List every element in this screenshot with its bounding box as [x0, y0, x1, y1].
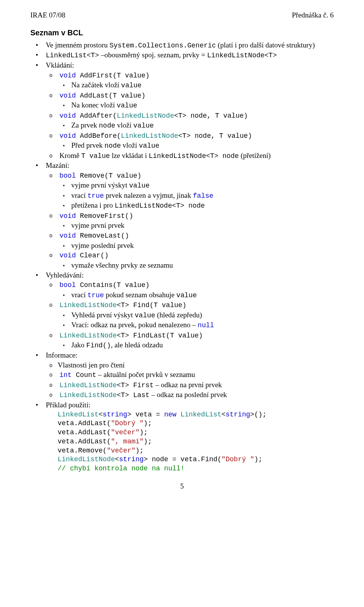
code-example: LinkedList<string> veta = new LinkedList… [44, 410, 334, 473]
findlast: LinkedListNode<T> FindLast(T value) Jako… [58, 331, 334, 350]
info-first: LinkedListNode<T> First – odkaz na první… [58, 380, 334, 390]
info-readonly: Vlastnosti jen pro čtení [58, 361, 334, 370]
intro-line-2: LinkedList<T> –obousměrný spoj. seznam, … [44, 50, 334, 60]
find: LinkedListNode<T> Find(T value) Vyhledá … [58, 300, 334, 330]
header-right: Přednáška č. 6 [292, 11, 334, 20]
addlast: void AddLast(T value) Na konec vloží val… [58, 91, 334, 110]
contains: bool Contains(T value) vrací true pokud … [58, 280, 334, 300]
header-left: IRAE 07/08 [30, 11, 65, 20]
info-count: int Count – aktuální počet prvků v sezna… [58, 370, 334, 380]
addafter: void AddAfter(LinkedListNode<T> node, T … [58, 111, 334, 130]
vkladani-overload-note: Kromě T value lze vkládat i LinkedListNo… [58, 151, 334, 161]
page-header: IRAE 07/08 Přednáška č. 6 [30, 11, 334, 20]
removefirst: void RemoveFirst() vyjme první prvek [58, 211, 334, 230]
page-number: 5 [30, 482, 334, 491]
section-title: Seznam v BCL [30, 28, 334, 38]
mazani-header: Mazání: bool Remove(T value) vyjme první… [44, 161, 334, 270]
info-last: LinkedListNode<T> Last – odkaz na posled… [58, 390, 334, 400]
addfirst: void AddFirst(T value) Na začátek vloží … [58, 71, 334, 90]
vkladani-header: Vkládání: void AddFirst(T value) Na začá… [44, 61, 334, 160]
informace-header: Informace: Vlastnosti jen pro čtení int … [44, 351, 334, 400]
vyhledavani-header: Vyhledávání: bool Contains(T value) vrac… [44, 271, 334, 350]
remove: bool Remove(T value) vyjme první výskyt … [58, 171, 334, 210]
priklad-header: Příklad použití: LinkedList<string> veta… [44, 400, 334, 473]
top-list: Ve jmenném prostoru System.Collections.G… [30, 41, 334, 473]
addbefore: void AddBefore(LinkedListNode<T> node, T… [58, 131, 334, 150]
clear: void Clear() vymaže všechny prvky ze sez… [58, 251, 334, 270]
intro-line-1: Ve jmenném prostoru System.Collections.G… [44, 41, 334, 50]
removelast: void RemoveLast() vyjme poslední prvek [58, 231, 334, 250]
